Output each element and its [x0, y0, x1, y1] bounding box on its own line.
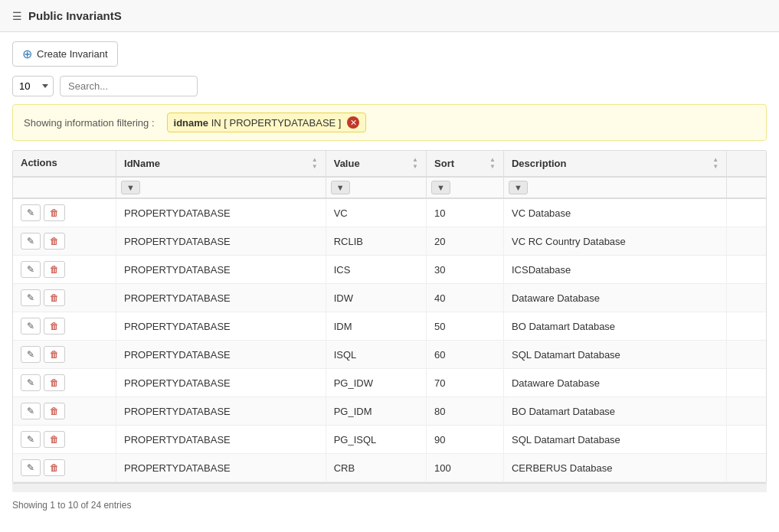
filter-value-text: [ PROPERTYDATABASE ] — [224, 117, 341, 129]
page-title: Public InvariantS — [28, 9, 122, 22]
col-description-label: Description — [512, 158, 567, 169]
col-actions-label: Actions — [21, 157, 57, 168]
cell-idname: PROPERTYDATABASE — [116, 341, 326, 369]
action-btns: ✎ 🗑 — [21, 403, 108, 419]
action-btns: ✎ 🗑 — [21, 459, 108, 476]
filter-remove-button[interactable]: ✕ — [347, 116, 359, 129]
edit-button[interactable]: ✎ — [21, 431, 41, 448]
col-idname-label: IdName — [124, 158, 160, 169]
filter-idname-cell: ▼ — [116, 177, 326, 198]
value-sort-arrows[interactable]: ▲ ▼ — [412, 157, 418, 170]
filter-box: Showing information filtering : idname I… — [12, 104, 767, 141]
toolbar: ⊕ Create Invariant — [0, 32, 779, 76]
cell-value: VC — [326, 198, 426, 227]
delete-button[interactable]: 🗑 — [44, 346, 65, 363]
plus-icon: ⊕ — [22, 47, 32, 61]
cell-idname: PROPERTYDATABASE — [116, 284, 326, 312]
cell-value: RCLIB — [326, 227, 426, 256]
cell-description: SQL Datamart Database — [503, 426, 726, 454]
cell-value: PG_ISQL — [326, 426, 426, 454]
sort-desc-icon: ▼ — [489, 164, 496, 170]
create-invariant-button[interactable]: ⊕ Create Invariant — [12, 41, 118, 67]
edit-button[interactable]: ✎ — [21, 233, 41, 250]
sort-asc-icon: ▲ — [489, 157, 496, 163]
actions-cell: ✎ 🗑 — [13, 426, 116, 454]
cell-extra — [727, 426, 766, 454]
edit-button[interactable]: ✎ — [21, 318, 41, 335]
cell-extra — [727, 198, 766, 227]
sort-desc-icon: ▼ — [312, 164, 318, 170]
filter-operator-text: IN — [211, 117, 221, 129]
edit-button[interactable]: ✎ — [21, 261, 41, 278]
create-invariant-label: Create Invariant — [37, 48, 108, 60]
filter-tag: idname IN [ PROPERTYDATABASE ] ✕ — [167, 113, 367, 132]
filter-actions-cell — [13, 177, 116, 198]
edit-button[interactable]: ✎ — [21, 289, 41, 306]
action-btns: ✎ 🗑 — [21, 374, 108, 391]
filter-sort-cell: ▼ — [427, 177, 504, 198]
table-row: ✎ 🗑 PROPERTYDATABASEPG_ISQL90SQL Datamar… — [13, 426, 766, 454]
delete-button[interactable]: 🗑 — [44, 318, 65, 335]
col-idname[interactable]: IdName ▲ ▼ — [116, 151, 326, 177]
delete-button[interactable]: 🗑 — [44, 204, 65, 221]
cell-description: Dataware Database — [503, 369, 726, 397]
horizontal-scrollbar[interactable] — [12, 483, 767, 492]
description-sort-arrows[interactable]: ▲ ▼ — [712, 157, 718, 170]
actions-cell: ✎ 🗑 — [13, 341, 116, 369]
delete-button[interactable]: 🗑 — [44, 289, 65, 306]
cell-sort: 80 — [427, 397, 504, 426]
col-sort[interactable]: Sort ▲ ▼ — [427, 151, 504, 177]
search-input[interactable] — [60, 76, 198, 96]
filter-value-button[interactable]: ▼ — [331, 181, 350, 194]
edit-button[interactable]: ✎ — [21, 346, 41, 363]
col-sort-label: Sort — [434, 158, 454, 169]
delete-button[interactable]: 🗑 — [44, 374, 65, 391]
col-description[interactable]: Description ▲ ▼ — [503, 151, 726, 177]
cell-idname: PROPERTYDATABASE — [116, 397, 326, 426]
actions-cell: ✎ 🗑 — [13, 369, 116, 397]
sort-desc-icon: ▼ — [412, 164, 418, 170]
col-value-label: Value — [334, 158, 360, 169]
cell-description: BO Datamart Database — [503, 397, 726, 426]
filter-sort-button[interactable]: ▼ — [431, 181, 450, 194]
cell-value: IDM — [326, 312, 426, 341]
delete-button[interactable]: 🗑 — [44, 233, 65, 250]
action-btns: ✎ 🗑 — [21, 318, 108, 335]
edit-button[interactable]: ✎ — [21, 374, 41, 391]
delete-button[interactable]: 🗑 — [44, 261, 65, 278]
filter-description-button[interactable]: ▼ — [509, 181, 528, 194]
sort-desc-icon: ▼ — [712, 164, 718, 170]
cell-extra — [727, 284, 766, 312]
menu-icon: ☰ — [12, 10, 22, 22]
action-btns: ✎ 🗑 — [21, 233, 108, 250]
footer: Showing 1 to 10 of 24 entries — [0, 492, 779, 518]
idname-sort-arrows[interactable]: ▲ ▼ — [312, 157, 318, 170]
edit-button[interactable]: ✎ — [21, 459, 41, 476]
filter-idname-button[interactable]: ▼ — [121, 181, 140, 194]
cell-description: BO Datamart Database — [503, 312, 726, 341]
table-header-row: Actions IdName ▲ ▼ Value — [13, 151, 766, 177]
filter-field: idname — [174, 117, 209, 129]
action-btns: ✎ 🗑 — [21, 431, 108, 448]
col-value[interactable]: Value ▲ ▼ — [326, 151, 426, 177]
cell-idname: PROPERTYDATABASE — [116, 369, 326, 397]
delete-button[interactable]: 🗑 — [44, 431, 65, 448]
filter-description-cell: ▼ — [503, 177, 726, 198]
sort-asc-icon: ▲ — [712, 157, 718, 163]
table-row: ✎ 🗑 PROPERTYDATABASEIDM50BO Datamart Dat… — [13, 312, 766, 341]
per-page-select[interactable]: 102550100 — [12, 76, 54, 96]
edit-button[interactable]: ✎ — [21, 204, 41, 221]
cell-value: PG_IDW — [326, 369, 426, 397]
cell-sort: 90 — [427, 426, 504, 454]
cell-sort: 40 — [427, 284, 504, 312]
filter-extra-cell — [727, 177, 766, 198]
cell-value: IDW — [326, 284, 426, 312]
actions-cell: ✎ 🗑 — [13, 256, 116, 284]
table-container: Actions IdName ▲ ▼ Value — [12, 150, 767, 483]
cell-sort: 50 — [427, 312, 504, 341]
edit-button[interactable]: ✎ — [21, 403, 41, 419]
delete-button[interactable]: 🗑 — [44, 403, 65, 419]
sort-sort-arrows[interactable]: ▲ ▼ — [489, 157, 496, 170]
delete-button[interactable]: 🗑 — [44, 459, 65, 476]
table-row: ✎ 🗑 PROPERTYDATABASEVC10VC Database — [13, 198, 766, 227]
